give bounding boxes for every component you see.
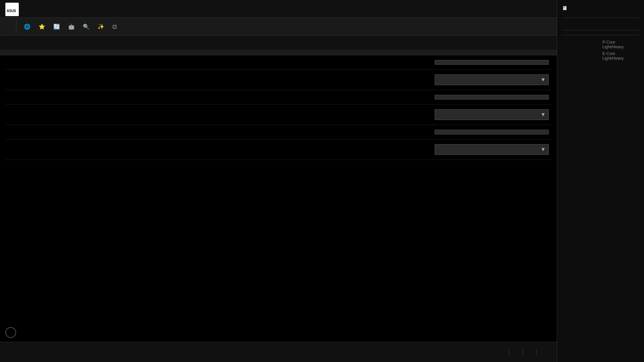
setting-eg0-ratio-value xyxy=(435,60,549,65)
chevron-down-icon: ▼ xyxy=(540,77,546,83)
toolbar-resizebar[interactable]: ⊡ xyxy=(109,22,121,31)
setting-eg1-voltage: ▼ xyxy=(5,105,551,125)
eg2-ratio-input[interactable] xyxy=(435,130,549,134)
eg1-voltage-select[interactable]: ▼ xyxy=(435,109,549,120)
ai-icon: 🤖 xyxy=(68,23,75,30)
eg1-ratio-input[interactable] xyxy=(435,95,549,100)
ez-mode-button[interactable] xyxy=(523,350,536,355)
eg0-voltage-select[interactable]: ▼ xyxy=(435,74,549,85)
hw-pcore-v-col xyxy=(562,40,599,49)
setting-eg2-ratio-value xyxy=(435,130,549,134)
setting-eg1-voltage-value: ▼ xyxy=(435,109,549,120)
setting-eg1-ratio-value xyxy=(435,95,549,100)
toolbar-aioc[interactable]: 🤖 xyxy=(65,22,79,31)
hardware-monitor-panel: 🖥 xyxy=(557,0,644,362)
toolbar-language[interactable]: 🌐 xyxy=(20,22,35,31)
eg0-ratio-input[interactable] xyxy=(435,60,549,65)
setting-eg2-ratio xyxy=(5,125,551,139)
setting-eg0-voltage: ▼ xyxy=(5,70,551,90)
aura-icon: ✨ xyxy=(98,23,104,30)
logo: ASUS xyxy=(5,3,19,16)
last-modified-button[interactable] xyxy=(509,350,523,355)
footer xyxy=(0,342,557,362)
hw-pcore-lh-col: P-CoreLight/Heavy xyxy=(602,40,639,49)
hot-keys-button[interactable] xyxy=(536,350,550,355)
header: ASUS xyxy=(0,0,644,18)
chevron-down-icon: ▼ xyxy=(540,112,546,118)
toolbar-separator xyxy=(16,20,16,33)
info-icon[interactable] xyxy=(5,327,16,338)
toolbar-search[interactable]: 🔍 xyxy=(79,22,94,31)
breadcrumb-bar xyxy=(0,50,557,55)
setting-eg2-voltage-value: ▼ xyxy=(435,144,549,155)
hw-ecore-row: E-CoreLight/Heavy xyxy=(562,51,639,61)
monitor-icon: 🖥 xyxy=(562,5,567,11)
main-content: ▼ ▼ xyxy=(0,50,557,342)
setting-eg1-ratio xyxy=(5,90,551,105)
resizebar-icon: ⊡ xyxy=(112,23,117,30)
toolbar: 🌐 ⭐ 🔄 🤖 🔍 ✨ ⊡ xyxy=(0,18,644,36)
settings-container: ▼ ▼ xyxy=(0,55,557,160)
chevron-down-icon: ▼ xyxy=(540,146,546,153)
fan-icon: 🔄 xyxy=(53,23,60,30)
star-icon: ⭐ xyxy=(39,23,45,30)
setting-eg0-ratio xyxy=(5,55,551,70)
hw-ecore-lh-col: E-CoreLight/Heavy xyxy=(602,51,639,61)
hw-monitor-title: 🖥 xyxy=(562,5,639,11)
hw-divider xyxy=(562,30,639,30)
toolbar-myfavorite[interactable]: ⭐ xyxy=(35,22,50,31)
toolbar-aura[interactable]: ✨ xyxy=(94,22,109,31)
eg2-voltage-select[interactable]: ▼ xyxy=(435,144,549,155)
asus-logo-icon: ASUS xyxy=(5,3,19,16)
language-icon: 🌐 xyxy=(24,23,31,30)
setting-eg0-voltage-value: ▼ xyxy=(435,74,549,85)
ecore-lh-label: E-CoreLight/Heavy xyxy=(602,51,639,61)
cpu-memory-section-title xyxy=(562,16,639,18)
hw-pcore-row: P-CoreLight/Heavy xyxy=(562,40,639,49)
svg-text:ASUS: ASUS xyxy=(7,9,16,13)
hw-ecore-v-col xyxy=(562,51,599,61)
setting-eg2-voltage: ▼ xyxy=(5,139,551,160)
toolbar-qfan[interactable]: 🔄 xyxy=(50,22,65,31)
prediction-section-title xyxy=(562,34,639,35)
pcore-lh-label: P-CoreLight/Heavy xyxy=(602,40,639,49)
search-icon: 🔍 xyxy=(83,23,90,30)
